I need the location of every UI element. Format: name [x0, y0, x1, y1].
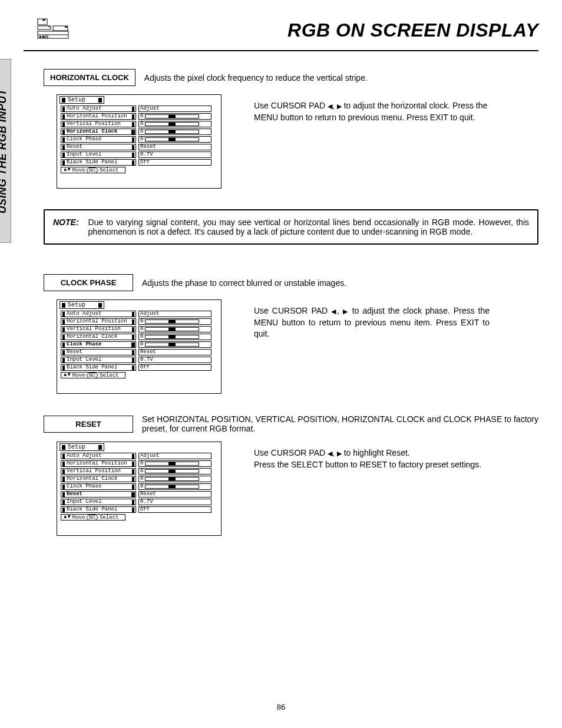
- manual-section: HORIZONTAL CLOCKAdjusts the pixel clock …: [44, 69, 538, 189]
- section-instruction: Use CURSOR PAD ◀, ▶ to adjust the horizo…: [254, 100, 490, 123]
- svg-text:◆◆: ◆◆: [39, 35, 45, 38]
- osd-panel: SetupAuto AdjustAdjustHorizontal Positio…: [57, 94, 222, 189]
- osd-title: Setup: [59, 301, 104, 309]
- section-description: Adjusts the phase to correct blurred or …: [142, 278, 538, 288]
- osd-row-label: Horizontal Position: [61, 460, 136, 467]
- svg-rect-3: [48, 27, 50, 27]
- osd-row: Horizontal Clock0: [57, 333, 221, 341]
- osd-row: Input Level0.7V: [57, 498, 221, 506]
- osd-row: ResetReset: [57, 143, 221, 151]
- osd-row-value: Off: [138, 364, 211, 371]
- osd-row-value: Reset: [138, 491, 211, 498]
- osd-row-label: Horizontal Clock: [61, 334, 136, 340]
- osd-row-value: 0: [138, 129, 211, 135]
- osd-row: ResetReset: [57, 348, 221, 356]
- osd-hint: ▲▼ Move SEL Select: [61, 514, 125, 521]
- osd-row-value: Reset: [138, 144, 211, 150]
- osd-row: Vertical Position0: [57, 325, 221, 333]
- section-description: Set HORIZONTAL POSITION, VERTICAL POSITI…: [142, 414, 538, 433]
- osd-title: Setup: [59, 443, 104, 451]
- section-instruction: Use CURSOR PAD ◀, ▶ to adjust the clock …: [254, 305, 490, 340]
- osd-row: ResetReset: [57, 490, 221, 498]
- osd-row-value: Reset: [138, 349, 211, 355]
- osd-row-label: Black Side Panel: [61, 364, 136, 371]
- osd-row-value: 0: [138, 468, 211, 475]
- osd-panel: SetupAuto AdjustAdjustHorizontal Positio…: [57, 299, 222, 394]
- osd-row-value: 0: [138, 136, 211, 143]
- osd-row-value: Off: [138, 506, 211, 513]
- svg-rect-9: [45, 36, 48, 38]
- osd-row-value: 0: [138, 460, 211, 467]
- svg-rect-2: [38, 26, 51, 29]
- osd-row-value: 0: [138, 476, 211, 482]
- osd-row-label: Black Side Panel: [61, 159, 136, 166]
- osd-row: Input Level0.7V: [57, 356, 221, 364]
- page-header: ◆◆ RGB ON SCREEN DISPLAY: [24, 15, 538, 51]
- osd-row-value: Adjust: [138, 453, 211, 459]
- osd-row-label: Horizontal Position: [61, 318, 136, 325]
- section-label: CLOCK PHASE: [44, 274, 133, 291]
- osd-row-label: Input Level: [61, 151, 136, 158]
- osd-row: Clock Phase0: [57, 483, 221, 490]
- osd-row: Black Side PanelOff: [57, 364, 221, 371]
- osd-row: Black Side PanelOff: [57, 506, 221, 513]
- osd-row: Horizontal Clock0: [57, 475, 221, 483]
- osd-row-value: Off: [138, 159, 211, 166]
- osd-row-value: 0: [138, 113, 211, 120]
- osd-row-value: 0: [138, 318, 211, 325]
- osd-row-label: Clock Phase: [61, 136, 136, 143]
- osd-row-label: Auto Adjust: [61, 311, 136, 317]
- osd-title: Setup: [59, 96, 104, 104]
- osd-row-label: Vertical Position: [61, 468, 136, 475]
- osd-hint: ▲▼ Move SEL Select: [61, 167, 125, 173]
- side-tab: USING THE RGB INPUT: [0, 59, 11, 243]
- osd-row-label: Horizontal Clock: [61, 476, 136, 482]
- osd-row-label: Reset: [61, 349, 136, 355]
- osd-row: Clock Phase0: [57, 136, 221, 143]
- osd-row-label: Horizontal Position: [61, 113, 136, 120]
- osd-row: Auto AdjustAdjust: [57, 310, 221, 318]
- osd-row: Horizontal Position0: [57, 318, 221, 325]
- manual-section: CLOCK PHASEAdjusts the phase to correct …: [44, 274, 538, 394]
- osd-row-label: Auto Adjust: [61, 106, 136, 112]
- osd-row-value: 0.7V: [138, 499, 211, 505]
- osd-row-label: Vertical Position: [61, 326, 136, 332]
- page-title: RGB ON SCREEN DISPLAY: [287, 19, 538, 41]
- svg-rect-5: [65, 27, 67, 28]
- osd-row-value: 0: [138, 334, 211, 340]
- osd-row-label: Reset: [61, 491, 136, 498]
- osd-row-label: Input Level: [61, 357, 136, 363]
- side-tab-label: USING THE RGB INPUT: [0, 88, 9, 213]
- osd-row-value: 0.7V: [138, 151, 211, 158]
- section-description: Adjusts the pixel clock frequency to red…: [144, 73, 538, 83]
- osd-row-label: Horizontal Clock: [61, 129, 136, 135]
- osd-panel: SetupAuto AdjustAdjustHorizontal Positio…: [57, 442, 222, 536]
- osd-row-label: Black Side Panel: [61, 506, 136, 513]
- osd-row-value: 0: [138, 121, 211, 127]
- osd-row-label: Reset: [61, 144, 136, 150]
- svg-rect-1: [42, 19, 45, 21]
- osd-row: Auto AdjustAdjust: [57, 452, 221, 460]
- osd-row: Black Side PanelOff: [57, 159, 221, 166]
- osd-row-label: Auto Adjust: [61, 453, 136, 459]
- osd-row: Horizontal Position0: [57, 460, 221, 467]
- osd-row: Vertical Position0: [57, 120, 221, 128]
- content-column: HORIZONTAL CLOCKAdjusts the pixel clock …: [44, 51, 538, 536]
- device-icon: ◆◆: [37, 18, 69, 43]
- note-text: Due to varying signal content, you may s…: [88, 218, 529, 236]
- osd-row-value: Adjust: [138, 311, 211, 317]
- osd-row-value: Adjust: [138, 106, 211, 112]
- osd-row: Clock Phase0: [57, 341, 221, 348]
- note-box: NOTE:Due to varying signal content, you …: [44, 209, 538, 245]
- osd-row-label: Input Level: [61, 499, 136, 505]
- section-instruction: Use CURSOR PAD ◀, ▶ to highlight Reset.P…: [254, 447, 481, 470]
- osd-row: Input Level0.7V: [57, 151, 221, 159]
- osd-row-value: 0: [138, 326, 211, 332]
- osd-hint: ▲▼ Move SEL Select: [61, 372, 125, 378]
- osd-row-value: 0.7V: [138, 357, 211, 363]
- osd-row-value: 0: [138, 483, 211, 490]
- osd-row: Auto AdjustAdjust: [57, 105, 221, 113]
- osd-row-value: 0: [138, 341, 211, 348]
- page-number: 86: [0, 703, 562, 711]
- osd-row: Horizontal Clock0: [57, 128, 221, 136]
